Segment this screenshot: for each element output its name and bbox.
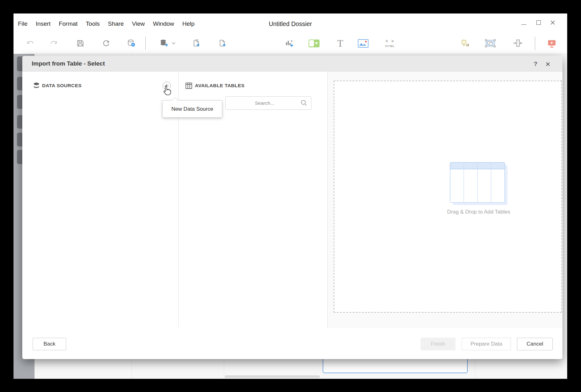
table-dropzone[interactable] xyxy=(334,81,562,313)
chevron-down-icon xyxy=(172,42,175,45)
add-data-dropdown[interactable] xyxy=(170,36,177,50)
cancel-button[interactable]: Cancel xyxy=(517,338,553,350)
panel-divider xyxy=(327,72,328,328)
document-add-icon xyxy=(218,39,227,48)
add-visualization-button[interactable] xyxy=(282,36,296,50)
new-chapter-button[interactable] xyxy=(215,36,229,50)
search-input[interactable] xyxy=(225,96,311,110)
image-icon xyxy=(358,39,369,48)
selector-icon xyxy=(309,40,320,47)
add-html-button[interactable]: < > HTML xyxy=(383,36,397,50)
presentation-icon xyxy=(547,39,557,48)
database-pause-icon xyxy=(127,39,136,47)
redo-icon xyxy=(50,40,58,47)
refresh-button[interactable] xyxy=(99,36,113,50)
close-icon xyxy=(546,62,550,66)
lightbulb-chart-icon xyxy=(460,39,470,48)
window-title: Untitled Dossier xyxy=(13,20,567,28)
toolbar-separator xyxy=(535,37,535,50)
dialog-close-button[interactable] xyxy=(543,59,552,69)
hand-cursor xyxy=(163,85,172,96)
table-icon xyxy=(185,82,192,89)
undo-button[interactable] xyxy=(23,36,37,50)
datasource-status-button[interactable] xyxy=(124,36,138,50)
toolbar-separator xyxy=(145,37,146,50)
back-button[interactable]: Back xyxy=(33,338,66,350)
insights-button[interactable] xyxy=(458,36,472,50)
minimize-icon xyxy=(521,24,526,25)
add-image-button[interactable] xyxy=(356,36,370,50)
page-add-icon xyxy=(192,39,201,48)
search-icon[interactable] xyxy=(300,99,307,106)
html-icon: < > HTML xyxy=(385,39,395,48)
maximize-button[interactable] xyxy=(533,18,544,27)
fit-width-icon xyxy=(513,39,523,48)
presentation-mode-button[interactable] xyxy=(545,36,559,50)
add-data-button[interactable] xyxy=(157,36,171,50)
dropzone-caption: Drag & Drop to Add Tables xyxy=(413,209,545,215)
refresh-icon xyxy=(102,39,110,47)
horizontal-scrollbar[interactable] xyxy=(225,375,320,378)
text-icon: T xyxy=(337,39,343,48)
redo-button[interactable] xyxy=(47,36,61,50)
data-sources-header: DATA SOURCES xyxy=(42,83,82,88)
toolbar: T < > HTML xyxy=(13,31,567,54)
table-illustration-icon xyxy=(450,162,509,207)
canvas-layout-icon xyxy=(484,38,496,48)
database-icon xyxy=(33,82,40,89)
search-box xyxy=(225,96,311,110)
save-icon xyxy=(76,39,84,47)
close-icon xyxy=(550,20,556,25)
free-form-layout-button[interactable] xyxy=(483,36,497,50)
menubar: File Insert Format Tools Share View Wind… xyxy=(13,13,567,31)
new-data-source-tooltip: New Data Source xyxy=(162,100,222,118)
screenshot-stage: File Insert Format Tools Share View Wind… xyxy=(0,0,581,392)
available-tables-header: AVAILABLE TABLES xyxy=(195,83,245,88)
close-window-button[interactable] xyxy=(547,18,558,27)
fit-to-window-button[interactable] xyxy=(511,36,525,50)
chart-add-icon xyxy=(285,39,294,48)
save-button[interactable] xyxy=(73,36,87,50)
minimize-button[interactable] xyxy=(519,18,529,27)
database-add-icon xyxy=(159,39,169,48)
new-page-button[interactable] xyxy=(189,36,203,50)
app-window: File Insert Format Tools Share View Wind… xyxy=(13,13,567,379)
prepare-data-button[interactable]: Prepare Data xyxy=(462,338,511,350)
tooltip-label: New Data Source xyxy=(171,106,213,112)
dialog-help-button[interactable]: ? xyxy=(531,59,540,69)
maximize-icon xyxy=(536,20,541,25)
add-selector-button[interactable] xyxy=(307,36,321,50)
dialog-header: Import from Table - Select ? xyxy=(22,56,562,72)
import-from-table-dialog: Import from Table - Select ? DATA SOURCE… xyxy=(22,56,562,359)
finish-button[interactable]: Finish xyxy=(421,338,455,350)
undo-icon xyxy=(26,40,34,47)
dialog-title: Import from Table - Select xyxy=(32,56,105,72)
add-text-button[interactable]: T xyxy=(333,36,347,50)
